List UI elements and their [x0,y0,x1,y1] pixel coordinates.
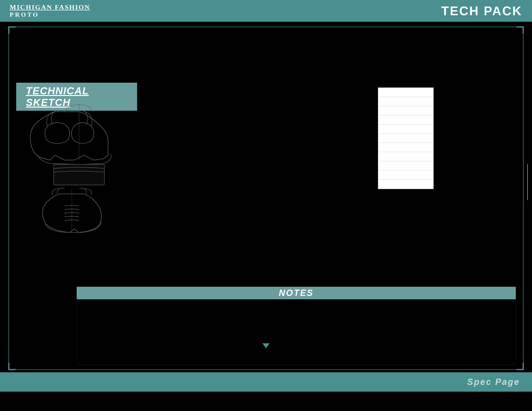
spec-row [378,124,433,134]
notes-bar: Notes [77,287,516,299]
page-frame: Technical Sketch [9,27,523,370]
logo-line1: Michigan Fashion [10,3,90,11]
spec-row [378,134,433,143]
header-title: Tech Pack [441,4,522,18]
corner-bl [8,363,16,370]
logo-area: Michigan Fashion Proto [10,3,90,18]
notes-label: Notes [279,288,314,298]
spec-row [378,106,433,115]
right-accent [527,164,528,200]
corner-tr [516,26,524,34]
main-content: Technical Sketch [0,22,532,392]
logo-line2: Proto [10,11,39,18]
spec-table [378,87,434,189]
corner-tl [8,26,16,34]
spec-row [378,143,433,152]
garment-sketch-svg [16,97,181,262]
sketch-area [16,97,181,262]
corner-br [516,363,524,370]
spec-row [378,170,433,180]
notes-content[interactable] [77,300,516,364]
spec-row [378,88,433,97]
spec-row [378,152,433,161]
spec-row [378,97,433,106]
header: Michigan Fashion Proto Tech Pack [0,0,532,22]
footer: Spec Page [0,372,532,392]
footer-label: Spec Page [467,377,520,387]
spec-row [378,115,433,124]
spec-row [378,180,433,189]
spec-row [378,161,433,170]
